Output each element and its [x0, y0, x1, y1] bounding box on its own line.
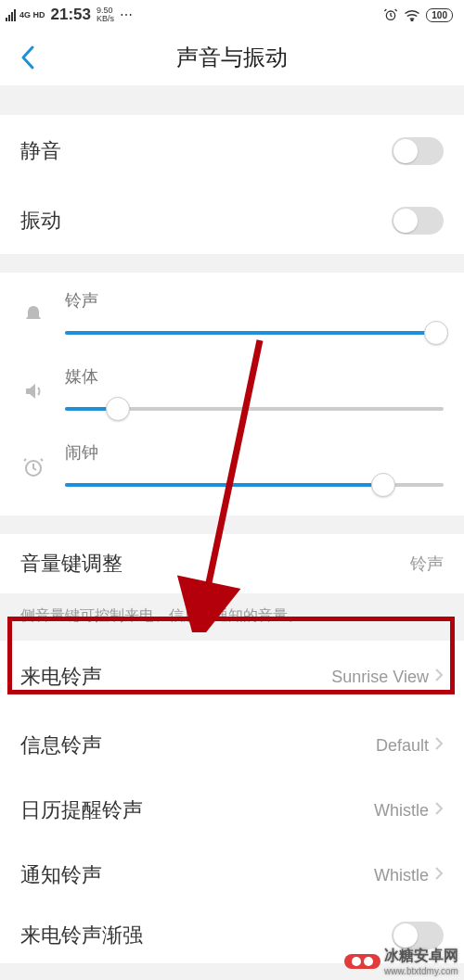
message-ringtone-row[interactable]: 信息铃声 Default: [0, 713, 464, 778]
section-gap: [0, 85, 464, 115]
ringtone-slider-label: 铃声: [65, 289, 444, 312]
alarm-volume-row: 闹钟: [20, 441, 444, 497]
battery-indicator: 100: [426, 8, 453, 22]
toggle-panel: 静音 振动: [0, 115, 464, 254]
watermark-logo: [344, 954, 380, 969]
row-label: 日历提醒铃声: [20, 796, 143, 824]
alarm-icon: [383, 7, 398, 22]
alarm-clock-icon: [20, 447, 46, 488]
section-gap: [0, 515, 464, 534]
row-value: Whistle: [374, 866, 429, 885]
mute-toggle[interactable]: [392, 137, 444, 165]
wifi-icon: [404, 8, 420, 21]
row-label: 来电铃声渐强: [20, 922, 143, 949]
mute-row[interactable]: 静音: [0, 115, 464, 187]
media-volume-row: 媒体: [20, 365, 444, 421]
row-value: Whistle: [374, 801, 429, 821]
page-title: 声音与振动: [176, 43, 288, 72]
vibrate-row[interactable]: 振动: [0, 187, 464, 254]
chevron-right-icon: [434, 668, 444, 686]
status-bar: 4G HD 21:53 9.50KB/s ⋯ 100: [0, 0, 464, 30]
chevron-right-icon: [434, 801, 444, 820]
volume-sliders-panel: 铃声 媒体 闹钟: [0, 273, 464, 515]
speaker-icon: [20, 371, 46, 412]
crescendo-toggle[interactable]: [392, 922, 444, 949]
volume-key-label: 音量键调整: [20, 550, 122, 578]
signal-icon: [6, 8, 16, 21]
vibrate-toggle[interactable]: [392, 207, 444, 235]
svg-point-1: [412, 19, 414, 21]
network-type: 4G HD: [19, 10, 45, 19]
row-value: Default: [376, 736, 429, 756]
alarm-slider-label: 闹钟: [65, 441, 444, 464]
row-label: 来电铃声: [20, 663, 102, 691]
media-slider-label: 媒体: [65, 365, 444, 388]
notification-ringtone-row[interactable]: 通知铃声 Whistle: [0, 843, 464, 908]
media-slider[interactable]: [65, 397, 444, 421]
ringtone-volume-row: 铃声: [20, 289, 444, 345]
clock: 21:53: [51, 6, 91, 24]
chevron-right-icon: [434, 866, 444, 885]
chevron-right-icon: [434, 736, 444, 755]
row-label: 信息铃声: [20, 732, 102, 759]
bell-icon: [20, 295, 46, 336]
ringtone-slider[interactable]: [65, 321, 444, 345]
alarm-slider[interactable]: [65, 473, 444, 497]
section-gap: [0, 254, 464, 273]
row-label: 通知铃声: [20, 861, 102, 889]
calendar-ringtone-row[interactable]: 日历提醒铃声 Whistle: [0, 778, 464, 843]
back-button[interactable]: [13, 43, 43, 72]
watermark-brand: 冰糖安卓网: [384, 947, 458, 966]
volume-key-panel: 音量键调整 铃声: [0, 534, 464, 593]
vibrate-label: 振动: [20, 207, 61, 235]
ringtone-list: 来电铃声 Sunrise View 信息铃声 Default 日历提醒铃声 Wh…: [0, 641, 464, 963]
more-icon: ⋯: [120, 7, 134, 22]
volume-key-description: 侧音量键可控制来电、信息和通知的音量。: [0, 593, 464, 641]
nav-bar: 声音与振动: [0, 30, 464, 85]
volume-key-value: 铃声: [410, 553, 444, 575]
mute-label: 静音: [20, 137, 61, 165]
row-value: Sunrise View: [331, 668, 429, 687]
watermark: 冰糖安卓网 www.btxtdmy.com: [344, 947, 458, 976]
volume-key-row[interactable]: 音量键调整 铃声: [0, 534, 464, 593]
net-speed: 9.50KB/s: [97, 6, 114, 23]
incoming-call-ringtone-row[interactable]: 来电铃声 Sunrise View: [0, 641, 464, 713]
watermark-url: www.btxtdmy.com: [384, 966, 458, 976]
